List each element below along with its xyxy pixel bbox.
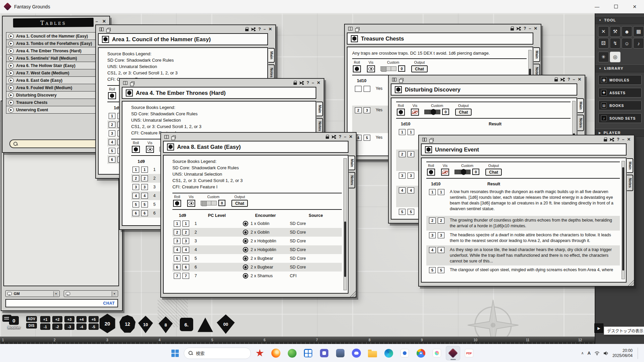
tab-main[interactable]: Main [349,156,355,170]
encounter-dice-link-icon[interactable] [243,221,248,226]
help-icon[interactable]: ? [339,135,341,139]
die-from-box[interactable]: 6 [174,264,180,270]
search-input[interactable] [20,141,97,146]
die-from-box[interactable]: 2 [132,175,139,181]
die-to-box[interactable]: 5 [364,135,370,141]
scrollbar-handle[interactable] [344,222,346,277]
lock-icon[interactable] [245,29,249,31]
window-minimize-button[interactable]: — [588,0,606,13]
die-from-box[interactable]: 6 [109,157,115,163]
forge-tool-icon[interactable]: ⚒ [610,26,621,37]
taskbar-clock[interactable]: 20:00 2025/06/04 [612,348,633,358]
encounter-dice-link-icon[interactable] [243,264,248,270]
custom-slider[interactable] [201,201,217,205]
share-icon[interactable] [610,137,614,142]
minimize-icon[interactable]: – [312,81,314,85]
party-tool-icon[interactable]: ☻ [622,26,632,37]
die-from-box[interactable]: 4 [132,193,139,199]
die-to-box[interactable]: 5 [438,267,444,273]
encounter-name[interactable]: 2 x Hobgoblin [251,247,276,252]
effects-tool-icon[interactable]: ↯ [610,38,621,49]
custom-slider[interactable] [425,110,440,114]
die-to-box[interactable]: 4 [182,247,189,253]
show-desktop-strip[interactable] [638,348,639,359]
tab-notes[interactable]: Notes [349,172,355,188]
start-button[interactable] [168,346,182,360]
modifier-minus5-button[interactable]: -5 [89,323,99,330]
open-arrow-icon[interactable]: ▶ [8,41,14,46]
volume-icon[interactable] [603,351,609,356]
layout-columns-icon[interactable] [392,78,396,81]
list-item-unnerving[interactable]: ▶Unnerving Event [6,106,105,114]
die-from-box[interactable]: 1 [429,189,436,195]
encounter-dice-link-icon[interactable] [243,256,248,261]
library-section-header[interactable]: ▼ LIBRARY [595,64,644,72]
roll-die-button[interactable] [132,146,140,153]
die-from-box[interactable]: 5 [109,148,115,154]
hotkey-bar[interactable]: 1 2 3 4 5 6 7 8 9 10 11 12 [0,337,595,344]
die-to-box[interactable]: 6 [141,210,148,216]
help-icon[interactable]: ? [307,81,309,85]
die-from-box[interactable]: 4 [109,139,115,145]
window-title[interactable]: Area 1. Council of the Hammer (Easy) [98,33,268,45]
window-title[interactable]: Treasure Chests [347,33,533,45]
die-to-box[interactable]: 4 [141,193,148,199]
custom-value[interactable]: 0 [442,109,449,115]
list-item-area5[interactable]: ▶Area 5. Sentinels' Hall (Medium) [6,54,105,62]
encounter-dice-link-icon[interactable] [243,247,248,252]
die-to-box[interactable]: 1 [438,189,444,195]
open-arrow-icon[interactable]: ▶ [8,78,14,83]
modifier-plus5-button[interactable]: +5 [89,316,99,322]
close-icon[interactable]: ✕ [534,26,537,31]
share-icon[interactable] [300,81,304,85]
modifier-plus1-button[interactable]: +1 [40,316,50,322]
die-from-box[interactable]: 3 [174,238,180,244]
copy-window-icon[interactable] [131,81,135,84]
window-maximize-button[interactable] [606,0,625,13]
roll-die-button[interactable] [173,200,181,207]
open-arrow-icon[interactable]: ▶ [8,56,14,61]
sidebar-item-modules[interactable]: ▦ MODULES [598,75,642,85]
layout-columns-icon[interactable] [422,138,427,141]
visibility-toggle-off[interactable] [441,169,449,176]
window-title[interactable]: Disturbing Discovery [391,83,577,96]
layout-columns-icon[interactable] [164,135,169,139]
taskbar-search[interactable]: 検索 [184,348,251,359]
advantage-button[interactable]: ADV [26,316,37,322]
modifier-plus3-button[interactable]: +3 [64,316,74,322]
modifier-minus1-button[interactable]: -1 [40,323,50,330]
roll-die-button[interactable] [353,65,361,72]
visibility-toggle[interactable] [367,65,375,72]
die-from-box[interactable]: 4 [174,247,180,253]
taskbar-icon-steel-app[interactable] [333,346,347,360]
tab-main[interactable]: Main [627,158,633,173]
open-arrow-icon[interactable]: ▶ [8,100,14,105]
sidebar-expand-button[interactable]: ▶ [594,323,603,333]
list-item-area7[interactable]: ▶Area 7. West Gate (Medium) [6,69,105,77]
d6-die[interactable]: 6. [180,318,193,331]
help-icon[interactable]: ? [258,27,261,32]
die-to-box[interactable]: 3 [408,173,414,179]
die-from-box[interactable]: 2 [174,229,180,235]
encounter-dice-link-icon[interactable] [243,273,248,279]
chat-voice-dropdown[interactable]: ▼ [64,290,118,297]
tab-notes[interactable]: Notes [627,175,633,191]
scrollbar-handle[interactable] [622,167,624,271]
help-icon[interactable]: ? [568,77,570,82]
close-icon[interactable]: ✕ [578,77,581,82]
taskbar-icon-photos[interactable] [430,346,444,360]
custom-value[interactable]: 0 [218,200,225,206]
close-icon[interactable]: ✕ [269,27,272,32]
visibility-toggle[interactable] [146,146,154,153]
die-to-box[interactable]: 5 [408,209,414,215]
lock-icon[interactable] [604,139,607,141]
encounter-dice-link-icon[interactable] [243,230,248,235]
modifier-minus4-button[interactable]: -4 [76,323,87,330]
lock-icon[interactable] [511,28,514,31]
minimize-icon[interactable]: – [573,77,575,82]
list-item-area3[interactable]: ▶Area 3. Tombs of the Forefathers (Easy) [6,40,105,47]
custom-value[interactable]: 0 [472,169,479,175]
tool-section-header[interactable]: ▼ TOOL [595,16,644,24]
tokens-tool-icon[interactable]: ▦ [633,26,644,37]
modifier-plus2-button[interactable]: +2 [52,316,62,322]
